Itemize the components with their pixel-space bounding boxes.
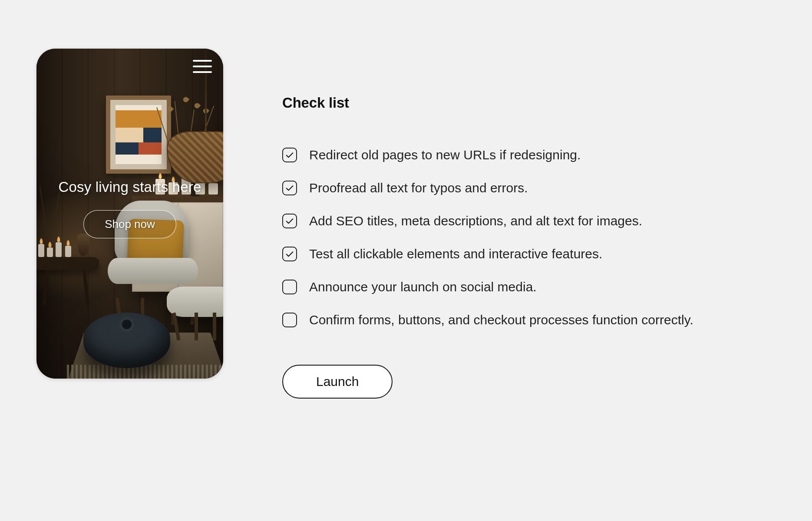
checklist-checkbox[interactable] [282, 148, 297, 162]
checklist-item: Redirect old pages to new URLs if redesi… [282, 148, 812, 162]
checklist-item-label: Proofread all text for typos and errors. [309, 181, 528, 195]
shop-now-button[interactable]: Shop now [83, 210, 176, 238]
hamburger-menu-icon[interactable] [193, 60, 212, 74]
mobile-site-preview: Cosy living starts here Shop now [36, 49, 223, 379]
footstool [167, 287, 223, 317]
launch-button[interactable]: Launch [282, 365, 393, 399]
checklist-item: Test all clickable elements and interact… [282, 247, 812, 261]
checklist-item: Add SEO titles, meta descriptions, and a… [282, 214, 812, 228]
checklist-item-label: Confirm forms, buttons, and checkout pro… [309, 313, 693, 327]
checklist-checkbox[interactable] [282, 313, 297, 327]
checklist-checkbox[interactable] [282, 280, 297, 294]
checklist-checkbox[interactable] [282, 247, 297, 261]
checklist-item-label: Announce your launch on social media. [309, 280, 537, 294]
checklist-panel: Check list Redirect old pages to new URL… [282, 95, 812, 399]
checklist-item-label: Add SEO titles, meta descriptions, and a… [309, 214, 642, 228]
checklist-heading: Check list [282, 95, 812, 111]
checklist-item-label: Test all clickable elements and interact… [309, 247, 602, 261]
checklist-item: Announce your launch on social media. [282, 280, 812, 294]
checklist-item-label: Redirect old pages to new URLs if redesi… [309, 148, 581, 162]
checklist-checkbox[interactable] [282, 181, 297, 195]
checklist: Redirect old pages to new URLs if redesi… [282, 148, 812, 327]
hero-title: Cosy living starts here [36, 179, 223, 195]
pouf [83, 313, 170, 368]
checklist-item: Proofread all text for typos and errors. [282, 181, 812, 195]
checklist-checkbox[interactable] [282, 214, 297, 228]
checklist-item: Confirm forms, buttons, and checkout pro… [282, 313, 812, 327]
